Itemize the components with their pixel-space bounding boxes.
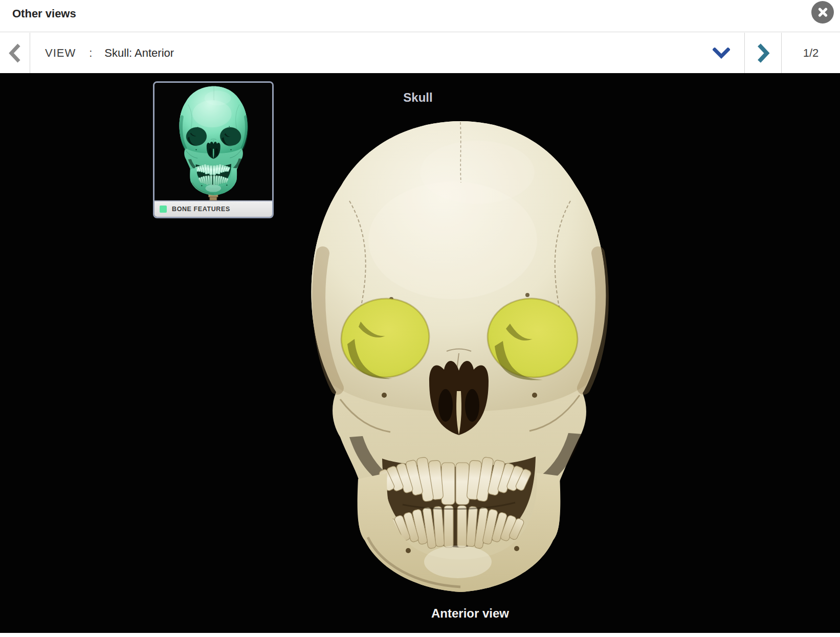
structure-label: Skull [403,90,432,105]
anatomy-viewport: BONE FEATURES Skull Anterior view [0,73,840,633]
dialog-title: Other views [12,7,76,20]
green-square-icon [160,206,167,213]
view-dropdown[interactable]: VIEW : Skull: Anterior [30,33,745,73]
view-value: Skull: Anterior [104,47,174,60]
close-button[interactable] [811,1,834,24]
skull-image [284,115,632,596]
chevron-left-icon [8,43,21,63]
view-toolbar: VIEW : Skull: Anterior 1/2 [0,33,840,73]
previous-view-button[interactable] [0,33,30,73]
view-orientation-label: Anterior view [431,606,509,621]
chevron-down-icon [713,48,730,59]
chevron-right-icon [757,43,770,63]
teal-skull-icon [172,85,254,206]
page-indicator: 1/2 [782,33,840,73]
close-icon [817,7,828,17]
view-separator: : [89,47,92,60]
next-view-button[interactable] [745,33,782,73]
dialog-header: Other views [0,0,840,32]
view-label: VIEW [45,47,76,60]
thumbnail-caption-text: BONE FEATURES [172,206,230,213]
other-views-dialog: Other views VIEW : Skull: Anterior 1/2 [0,0,840,637]
view-thumbnail[interactable]: BONE FEATURES [153,81,274,218]
thumbnail-skull-image [154,83,272,200]
